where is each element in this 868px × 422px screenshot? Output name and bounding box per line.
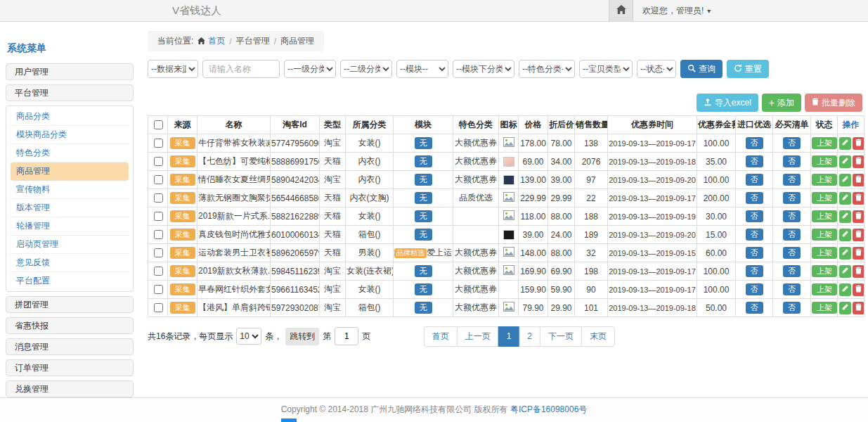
module-none-badge: 无 <box>415 302 432 314</box>
sidebar-subitem[interactable]: 商品管理 <box>11 162 129 181</box>
user-menu[interactable]: 欢迎您，管理员! ▾ <box>642 5 711 17</box>
row-checkbox[interactable] <box>154 139 163 148</box>
delete-button[interactable] <box>853 283 864 296</box>
edit-button[interactable] <box>839 192 851 205</box>
delete-button[interactable] <box>853 137 864 150</box>
breadcrumb-item-platform[interactable]: 平台管理 <box>236 35 270 47</box>
edit-button[interactable] <box>839 229 851 241</box>
reset-button[interactable]: 重置 <box>727 60 769 78</box>
copyright-text: Copyright © 2014-2018 广州九驰网络科技有限公司 版权所有 <box>281 404 508 414</box>
edit-button[interactable] <box>839 247 851 260</box>
row-checkbox[interactable] <box>154 193 163 203</box>
edit-button[interactable] <box>839 210 851 223</box>
sidebar-group-item[interactable]: 省惠快报 <box>6 317 134 334</box>
sidebar-subitem[interactable]: 版本管理 <box>11 199 129 217</box>
row-checkbox[interactable] <box>154 267 163 276</box>
sales-cell: 138 <box>575 134 608 153</box>
must-buy-badge: 否 <box>783 210 801 222</box>
per-page-select[interactable]: 10 <box>236 328 261 345</box>
row-checkbox[interactable] <box>154 157 163 166</box>
column-header-6: 特色分类 <box>453 116 499 134</box>
filter-select[interactable]: --一级分类-- <box>284 60 336 78</box>
feature-cell: 品质优选 <box>453 189 499 207</box>
page-button-上一页[interactable]: 上一页 <box>457 326 499 347</box>
ops-cell <box>838 262 864 281</box>
sidebar-subitem[interactable]: 意见反馈 <box>11 254 129 272</box>
page-button-1[interactable]: 1 <box>498 326 520 347</box>
filter-select[interactable]: --二级分类-- <box>340 60 392 78</box>
sidebar-subitem[interactable]: 启动页管理 <box>11 236 129 254</box>
row-checkbox[interactable] <box>154 212 163 221</box>
sales-cell: 97 <box>575 171 608 189</box>
sidebar-subitem[interactable]: 商品分类 <box>11 108 129 126</box>
sidebar-subitem[interactable]: 特色分类 <box>11 144 129 162</box>
filter-select[interactable]: --模块-- <box>396 60 448 78</box>
sidebar-subitem[interactable]: 轮播管理 <box>11 217 129 236</box>
sidebar-group-item[interactable]: 用户管理 <box>6 63 134 80</box>
discount-price-cell: 88.00 <box>548 207 575 226</box>
filter-select[interactable]: --特色分类-- <box>519 60 575 78</box>
delete-button[interactable] <box>853 210 864 223</box>
edit-button[interactable] <box>839 302 851 314</box>
page-number-input[interactable] <box>335 327 358 345</box>
source-cell: 采集 <box>168 262 197 281</box>
sidebar-subitem[interactable]: 平台配置 <box>11 272 129 290</box>
sidebar-group-item[interactable]: 订单管理 <box>6 359 134 376</box>
delete-button[interactable] <box>853 265 864 278</box>
edit-button[interactable] <box>839 265 851 278</box>
filter-select[interactable]: --数据来源-- <box>148 60 198 78</box>
delete-button[interactable] <box>853 302 864 314</box>
column-header-13: 进口优选 <box>736 116 773 134</box>
breadcrumb-home-link[interactable]: 首页 <box>197 35 225 47</box>
delete-button[interactable] <box>853 174 864 186</box>
edit-button[interactable] <box>839 283 851 296</box>
import-excel-button[interactable]: 导入excel <box>697 94 758 112</box>
icon-cell <box>499 153 519 171</box>
sidebar-subitem[interactable]: 模块商品分类 <box>11 126 129 144</box>
filter-select[interactable]: --状态-- <box>637 60 676 78</box>
edit-icon <box>841 138 849 148</box>
delete-button[interactable] <box>853 229 864 241</box>
sales-cell: 22 <box>575 189 608 207</box>
page-button-末页[interactable]: 末页 <box>581 326 615 347</box>
row-select-cell <box>148 171 168 189</box>
jump-button[interactable]: 跳转到 <box>285 328 319 345</box>
edit-button[interactable] <box>839 137 851 150</box>
page-button-2[interactable]: 2 <box>519 326 540 347</box>
sidebar-subitem[interactable]: 宣传物料 <box>11 181 129 199</box>
delete-button[interactable] <box>853 247 864 260</box>
feature-cell: 大额优惠券 <box>453 134 499 153</box>
delete-button[interactable] <box>853 192 864 205</box>
row-checkbox[interactable] <box>154 248 163 257</box>
home-button[interactable] <box>609 0 633 21</box>
coupon-time-cell: 2019-09-13—2019-09-15 <box>608 244 697 262</box>
filter-select[interactable]: --宝贝类型-- <box>579 60 633 78</box>
icon-cell <box>499 262 519 281</box>
bulk-delete-button[interactable]: 批量删除 <box>805 94 862 112</box>
query-button[interactable]: 查询 <box>680 60 723 78</box>
row-checkbox[interactable] <box>154 230 163 239</box>
row-checkbox[interactable] <box>154 285 163 294</box>
filter-select[interactable]: --模块下分类-- <box>453 60 514 78</box>
trash-icon <box>855 266 862 276</box>
sidebar-group-item[interactable]: 兑换管理 <box>6 381 134 397</box>
coupon-amount-cell: 60.00 <box>697 244 736 262</box>
sidebar-group-item[interactable]: 平台管理 <box>6 84 134 101</box>
add-button[interactable]: + 添加 <box>762 94 801 112</box>
icp-link[interactable]: 粤ICP备16098006号 <box>510 404 587 414</box>
page-button-下一页[interactable]: 下一页 <box>540 326 582 347</box>
select-all-checkbox[interactable] <box>154 120 163 129</box>
sidebar-group-item[interactable]: 拼团管理 <box>6 296 134 313</box>
edit-button[interactable] <box>839 174 851 186</box>
icon-cell <box>499 226 519 244</box>
delete-button[interactable] <box>853 155 864 168</box>
discount-price-cell: 29.90 <box>548 299 575 317</box>
module-cell: 无 <box>394 226 453 244</box>
edit-button[interactable] <box>839 155 851 168</box>
must-buy-cell: 否 <box>773 134 811 153</box>
row-checkbox[interactable] <box>154 303 163 312</box>
page-button-首页[interactable]: 首页 <box>424 326 458 347</box>
name-search-input[interactable] <box>202 60 280 78</box>
row-checkbox[interactable] <box>154 175 163 184</box>
sidebar-group-item[interactable]: 消息管理 <box>6 338 134 355</box>
